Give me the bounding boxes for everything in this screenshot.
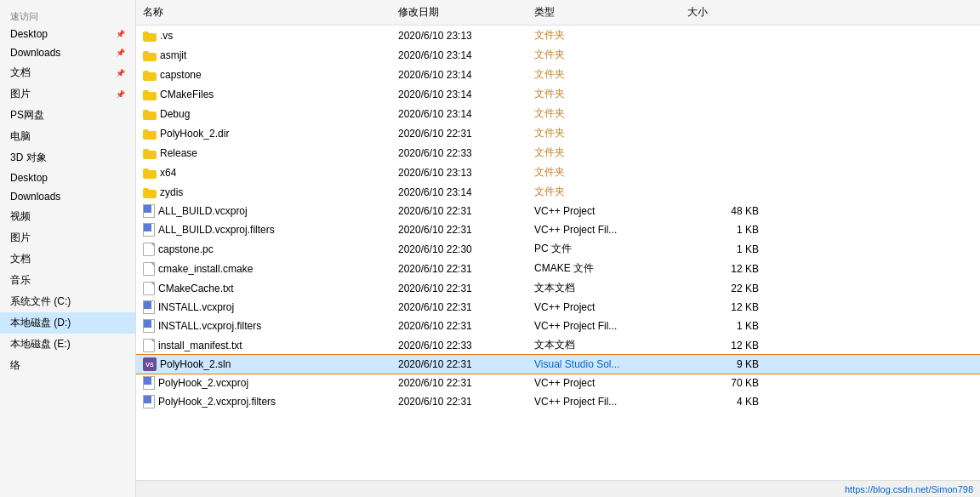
file-modified-col: 2020/6/10 22:31	[391, 204, 527, 218]
table-row[interactable]: INSTALL.vcxproj2020/6/10 22:31VC++ Proje…	[136, 298, 980, 317]
file-icon	[143, 243, 155, 256]
table-row[interactable]: PolyHook_2.dir2020/6/10 22:31文件夹	[136, 123, 980, 143]
file-name-col: Debug	[136, 107, 391, 121]
file-name-col: VSPolyHook_2.sln	[136, 357, 391, 372]
sidebar-item-ps_cloud[interactable]: PS网盘	[0, 105, 135, 126]
file-type-col: 文件夹	[527, 184, 681, 200]
table-row[interactable]: CMakeFiles2020/6/10 23:14文件夹	[136, 84, 980, 104]
folder-icon	[143, 69, 157, 81]
sidebar-item-downloads2[interactable]: Downloads	[0, 187, 135, 206]
file-type-col: 文件夹	[527, 164, 681, 180]
file-name-label: cmake_install.cmake	[158, 263, 253, 275]
file-type-col: 文件夹	[527, 106, 681, 122]
file-type-col: 文件夹	[527, 145, 681, 161]
file-name-col: zydis	[136, 186, 391, 199]
file-modified-col: 2020/6/10 22:31	[391, 223, 527, 237]
file-name-col: .vs	[136, 29, 391, 43]
file-name-label: .vs	[160, 30, 173, 42]
table-row[interactable]: zydis2020/6/10 23:14文件夹	[136, 182, 980, 202]
folder-icon	[143, 89, 157, 100]
file-size-col	[681, 74, 766, 76]
file-name-label: PolyHook_2.sln	[160, 358, 231, 370]
vcxproj-icon	[143, 395, 155, 408]
file-size-col: 70 KB	[681, 376, 766, 390]
table-row[interactable]: INSTALL.vcxproj.filters2020/6/10 22:31VC…	[136, 317, 980, 335]
file-size-col: 48 KB	[681, 204, 766, 218]
col-type: 类型	[527, 3, 681, 21]
table-row[interactable]: capstone2020/6/10 23:14文件夹	[136, 65, 980, 84]
sidebar-item-system_c[interactable]: 系统文件 (C:)	[0, 291, 135, 312]
file-name-label: PolyHook_2.dir	[160, 128, 229, 140]
sidebar-item-label: 视频	[10, 209, 125, 224]
file-name-col: PolyHook_2.vcxproj	[136, 375, 391, 391]
table-row[interactable]: ALL_BUILD.vcxproj2020/6/10 22:31VC++ Pro…	[136, 202, 980, 220]
table-row[interactable]: Release2020/6/10 22:33文件夹	[136, 143, 980, 163]
sidebar-item-local_d[interactable]: 本地磁盘 (D:)	[0, 312, 135, 334]
file-type-col: VC++ Project Fil...	[527, 223, 681, 237]
vcxproj-icon	[143, 204, 155, 218]
table-row[interactable]: PolyHook_2.vcxproj.filters2020/6/10 22:3…	[136, 392, 980, 411]
file-modified-col: 2020/6/10 23:14	[391, 68, 527, 82]
table-row[interactable]: VSPolyHook_2.sln2020/6/10 22:31Visual St…	[136, 355, 980, 374]
statusbar: https://blog.csdn.net/Simon798	[136, 480, 980, 497]
file-name-label: Debug	[160, 108, 190, 120]
file-modified-col: 2020/6/10 22:31	[391, 262, 527, 276]
folder-icon	[143, 128, 157, 140]
sidebar-item-3d_objects[interactable]: 3D 对象	[0, 147, 135, 169]
sidebar-item-label: 系统文件 (C:)	[10, 294, 125, 309]
sidebar-item-music[interactable]: 音乐	[0, 270, 135, 291]
file-modified-col: 2020/6/10 22:31	[391, 300, 527, 314]
table-row[interactable]: PolyHook_2.vcxproj2020/6/10 22:31VC++ Pr…	[136, 374, 980, 392]
file-size-col	[681, 113, 766, 115]
folder-icon	[143, 147, 157, 159]
file-name-label: x64	[160, 167, 176, 179]
table-row[interactable]: cmake_install.cmake2020/6/10 22:31CMAKE …	[136, 259, 980, 278]
table-row[interactable]: CMakeCache.txt2020/6/10 22:31文本文档22 KB	[136, 278, 980, 298]
file-name-label: PolyHook_2.vcxproj	[158, 377, 248, 389]
table-row[interactable]: Debug2020/6/10 23:14文件夹	[136, 104, 980, 123]
file-modified-col: 2020/6/10 22:30	[391, 243, 527, 256]
sidebar-item-network[interactable]: 络	[0, 355, 135, 376]
file-type-col: PC 文件	[527, 241, 681, 257]
file-modified-col: 2020/6/10 23:14	[391, 107, 527, 121]
table-row[interactable]: install_manifest.txt2020/6/10 22:33文本文档1…	[136, 335, 980, 355]
vcxproj-icon	[143, 300, 155, 314]
sidebar-item-downloads1[interactable]: Downloads📌	[0, 43, 135, 62]
sidebar-item-documents2[interactable]: 文档	[0, 248, 135, 270]
col-size: 大小	[681, 3, 766, 21]
table-row[interactable]: capstone.pc2020/6/10 22:30PC 文件1 KB	[136, 239, 980, 259]
sidebar-item-pictures2[interactable]: 图片	[0, 227, 135, 248]
file-size-col	[681, 54, 766, 56]
file-name-col: CMakeCache.txt	[136, 281, 391, 296]
file-name-label: PolyHook_2.vcxproj.filters	[158, 396, 276, 408]
file-name-label: install_manifest.txt	[158, 340, 242, 351]
sidebar-item-local_e[interactable]: 本地磁盘 (E:)	[0, 334, 135, 355]
table-row[interactable]: asmjit2020/6/10 23:14文件夹	[136, 45, 980, 65]
table-row[interactable]: .vs2020/6/10 23:13文件夹	[136, 26, 980, 45]
file-type-col: 文件夹	[527, 66, 681, 83]
sidebar-item-video[interactable]: 视频	[0, 206, 135, 227]
pin-icon: 📌	[116, 30, 125, 38]
sidebar-item-documents1[interactable]: 文档📌	[0, 62, 135, 83]
sidebar-item-pictures1[interactable]: 图片📌	[0, 83, 135, 105]
file-type-col: 文件夹	[527, 47, 681, 63]
file-name-label: zydis	[160, 186, 183, 198]
table-row[interactable]: ALL_BUILD.vcxproj.filters2020/6/10 22:31…	[136, 220, 980, 239]
sidebar-item-desktop2[interactable]: Desktop	[0, 169, 135, 187]
file-modified-col: 2020/6/10 22:33	[391, 339, 527, 352]
file-name-label: asmjit	[160, 49, 186, 61]
file-size-col: 12 KB	[681, 339, 766, 352]
sidebar-item-label: Downloads	[10, 47, 116, 59]
file-name-col: cmake_install.cmake	[136, 261, 391, 277]
file-icon	[143, 339, 155, 352]
sidebar-item-label: 文档	[10, 66, 116, 80]
folder-icon	[143, 167, 157, 179]
folder-icon	[143, 30, 157, 42]
file-size-col	[681, 191, 766, 193]
col-modified: 修改日期	[391, 3, 527, 21]
file-modified-col: 2020/6/10 23:13	[391, 166, 527, 180]
sidebar-item-computer[interactable]: 电脑	[0, 126, 135, 147]
table-row[interactable]: x642020/6/10 23:13文件夹	[136, 163, 980, 182]
sidebar-item-desktop1[interactable]: Desktop📌	[0, 25, 135, 43]
file-size-col: 1 KB	[681, 319, 766, 333]
